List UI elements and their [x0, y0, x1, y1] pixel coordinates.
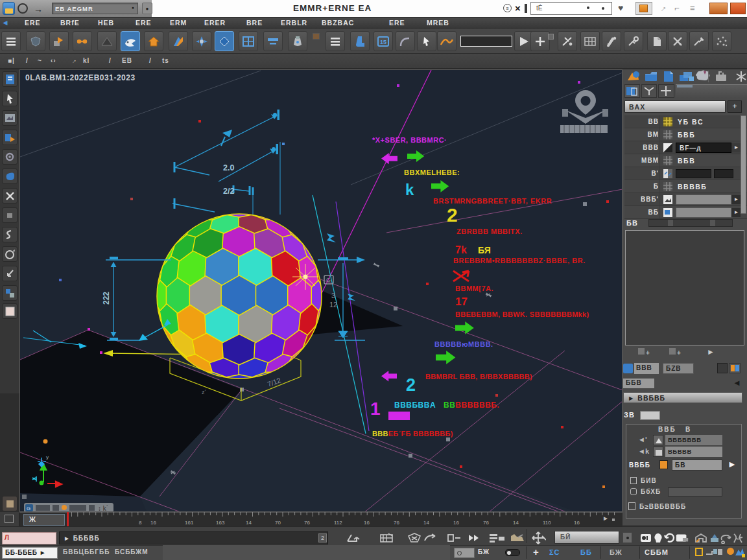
svg-text:2.0: 2.0 [223, 163, 234, 172]
svg-text:2: 2 [406, 375, 416, 395]
svg-text:BBXMELHEBE:: BBXMELHEBE: [404, 169, 460, 176]
svg-text:3: 3 [331, 292, 335, 299]
svg-text:BBBEБ´FБ BBBBBBБ): BBBEБ´FБ BBBBBBБ) [372, 430, 453, 438]
svg-text:BBBBBюMBBB.: BBBBBюMBBB. [434, 340, 493, 348]
svg-text:k: k [405, 181, 414, 198]
svg-text:7/12: 7/12 [267, 376, 282, 388]
svg-text:G: G [27, 506, 30, 511]
svg-text:BREBBRM•RBBBBBBBZ·BBBE, BR.: BREBBRM•RBBBBBBBZ·BBBE, BR. [453, 257, 586, 264]
svg-text:0LAB.BM1:2022EB031-2023: 0LAB.BM1:2022EB031-2023 [25, 73, 136, 82]
svg-text:*X+SBER, BBBMRC·: *X+SBER, BBBMRC· [372, 136, 447, 144]
svg-text:222: 222 [102, 292, 111, 305]
svg-text:z´: z´ [202, 389, 207, 395]
svg-text:12: 12 [329, 301, 337, 309]
svg-text:ZBRBBB MBBITX.: ZBRBBB MBBITX. [456, 228, 523, 235]
svg-text:y: y [46, 454, 49, 460]
svg-text:BBBBBBBBБ.: BBBBBBBBБ. [444, 401, 499, 410]
svg-text:BBBБBBA: BBBБBBA [394, 401, 436, 410]
svg-text:BBMM[7A.: BBMM[7A. [455, 285, 493, 292]
svg-text:15: 15 [380, 39, 386, 45]
svg-text:7k: 7k [455, 244, 467, 255]
svg-text:БЯ: БЯ [478, 245, 491, 255]
svg-text:2/2: 2/2 [223, 187, 234, 196]
svg-text:↕ k´: ↕ k´ [98, 505, 108, 511]
svg-text:1: 1 [370, 399, 381, 419]
svg-text:G: G [326, 277, 331, 283]
svg-text:2: 2 [447, 204, 458, 226]
svg-text:BBEBEBBM, BBWK. SBBBBBBBMkk): BBEBEBBM, BBWK. SBBBBBBBMkk) [455, 310, 589, 318]
svg-text:17: 17 [455, 296, 468, 308]
svg-text:BBMBRL БBB, B/BBXBBBBB): BBMBRL БBB, B/BBXBBBBB) [425, 373, 532, 380]
